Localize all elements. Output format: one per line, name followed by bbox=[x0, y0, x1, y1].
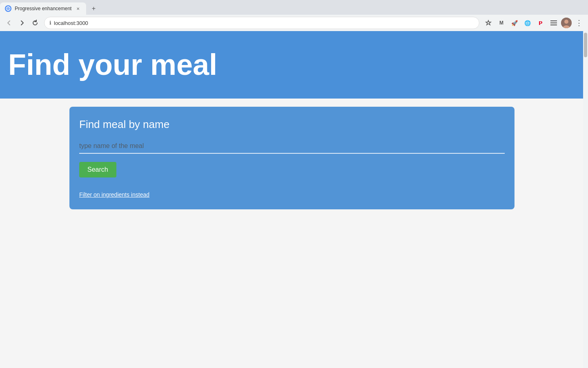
page-title: Find your meal bbox=[8, 49, 217, 81]
refresh-button[interactable] bbox=[29, 17, 41, 29]
address-bar[interactable]: ℹ localhost:3000 bbox=[44, 17, 479, 29]
pinterest-button[interactable]: 𝗣 bbox=[535, 17, 546, 29]
back-button[interactable] bbox=[3, 17, 15, 29]
browser-chrome: Progressive enhancement ✕ + ℹ localhost:… bbox=[0, 0, 588, 31]
rocket-extension-button[interactable]: 🚀 bbox=[509, 17, 520, 29]
meal-name-input[interactable] bbox=[79, 139, 505, 154]
page-header: Find your meal bbox=[0, 31, 588, 99]
active-tab[interactable]: Progressive enhancement ✕ bbox=[0, 2, 86, 15]
globe-extension-button[interactable]: 🌐 bbox=[522, 17, 533, 29]
tab-favicon bbox=[5, 5, 11, 12]
tab-bar: Progressive enhancement ✕ + bbox=[0, 0, 588, 15]
search-card: Find meal by name Search Filter on ingre… bbox=[69, 107, 514, 209]
toolbar: ℹ localhost:3000 M 🚀 🌐 𝗣 bbox=[0, 15, 588, 31]
forward-button[interactable] bbox=[16, 17, 28, 29]
page-content: Find your meal Find meal by name Search … bbox=[0, 31, 588, 368]
tab-title: Progressive enhancement bbox=[15, 6, 71, 11]
toolbar-actions: M 🚀 🌐 𝗣 ⋮ bbox=[483, 17, 585, 29]
new-tab-button[interactable]: + bbox=[88, 3, 99, 14]
address-bar-url: localhost:3000 bbox=[54, 20, 474, 26]
filter-link[interactable]: Filter on ingredients instead bbox=[79, 191, 149, 198]
chrome-menu-button[interactable]: ⋮ bbox=[573, 17, 585, 29]
page-body: Find meal by name Search Filter on ingre… bbox=[0, 99, 588, 368]
card-title: Find meal by name bbox=[79, 118, 505, 131]
extensions-m-button[interactable]: M bbox=[496, 17, 507, 29]
scrollbar[interactable] bbox=[583, 31, 588, 368]
address-bar-info-icon: ℹ bbox=[49, 20, 51, 26]
search-button[interactable]: Search bbox=[79, 162, 116, 177]
menu-lines-button[interactable] bbox=[548, 17, 559, 29]
scrollbar-thumb[interactable] bbox=[584, 33, 587, 57]
tab-close-button[interactable]: ✕ bbox=[75, 5, 81, 12]
svg-point-7 bbox=[564, 20, 568, 24]
profile-avatar[interactable] bbox=[561, 18, 572, 28]
bookmark-star-button[interactable] bbox=[483, 17, 494, 29]
